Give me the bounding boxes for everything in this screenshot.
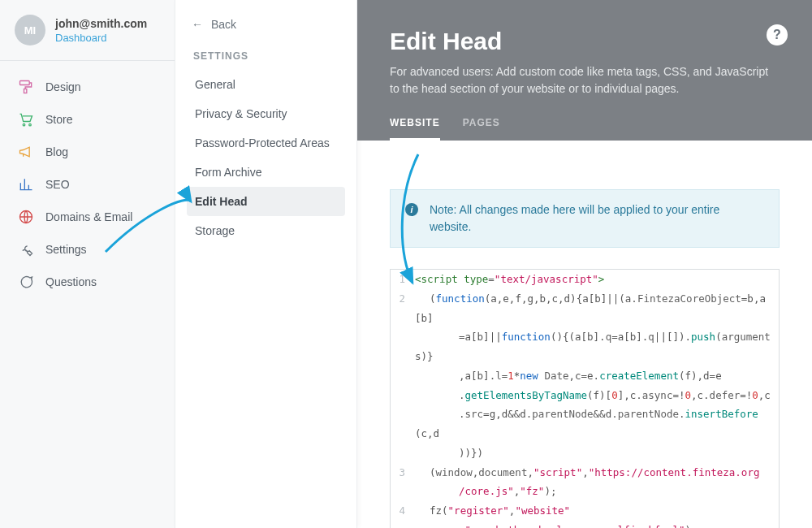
code-line[interactable]: fz("register","website","xwugbsthgcmkpzl… [412, 501, 779, 528]
info-note: i Note: All changes made here will be ap… [390, 189, 780, 248]
chat-icon [18, 274, 34, 290]
page-title: Edit Head [390, 28, 780, 55]
settings-item-privacy[interactable]: Privacy & Security [187, 99, 345, 128]
sidebar-item-domains[interactable]: Domains & Email [0, 201, 175, 233]
nav-label: Design [45, 80, 81, 93]
code-line[interactable]: <script type="text/javascript"> [412, 270, 779, 289]
hero: ? Edit Head For advanced users: Add cust… [357, 0, 812, 141]
tab-pages[interactable]: PAGES [463, 117, 500, 141]
bar-chart-icon [18, 176, 34, 193]
sidebar-item-store[interactable]: Store [0, 103, 175, 136]
line-number: 1 [391, 270, 412, 289]
nav-label: Blog [45, 145, 68, 158]
sidebar-item-design[interactable]: Design [0, 71, 175, 103]
paint-roller-icon [18, 79, 34, 95]
back-label: Back [211, 18, 236, 31]
svg-point-2 [23, 123, 25, 126]
primary-sidebar: MI john@smith.com Dashboard Design Store… [0, 0, 175, 528]
tabs: WEBSITE PAGES [390, 117, 780, 141]
code-editor[interactable]: 1 <script type="text/javascript"> 2 (fun… [390, 269, 780, 528]
divider [0, 60, 175, 61]
settings-item-edit-head[interactable]: Edit Head [187, 187, 345, 216]
svg-rect-1 [24, 89, 27, 93]
help-button[interactable]: ? [767, 24, 788, 45]
main-column: ? Edit Head For advanced users: Add cust… [357, 0, 812, 528]
settings-item-general[interactable]: General [187, 70, 345, 99]
arrow-left-icon: ← [192, 18, 203, 31]
content-area: i Note: All changes made here will be ap… [357, 141, 812, 528]
nav-label: Domains & Email [45, 210, 132, 223]
globe-icon [18, 209, 34, 225]
settings-item-storage[interactable]: Storage [187, 216, 345, 245]
settings-panel: ← Back SETTINGS General Privacy & Securi… [175, 0, 357, 528]
line-number: 2 [391, 289, 412, 463]
line-number: 3 [391, 463, 412, 502]
nav-label: Settings [45, 243, 87, 256]
avatar: MI [15, 15, 45, 45]
svg-rect-0 [20, 81, 30, 85]
wrench-icon [18, 241, 34, 258]
line-number: 4 [391, 501, 412, 528]
sidebar-item-settings[interactable]: Settings [0, 233, 175, 266]
nav-label: SEO [45, 178, 70, 191]
sidebar-item-blog[interactable]: Blog [0, 136, 175, 168]
back-button[interactable]: ← Back [187, 18, 345, 31]
page-description: For advanced users: Add custom code like… [390, 63, 780, 97]
sidebar-item-questions[interactable]: Questions [0, 266, 175, 298]
dashboard-link[interactable]: Dashboard [55, 32, 147, 44]
user-block[interactable]: MI john@smith.com Dashboard [0, 15, 175, 57]
svg-point-3 [29, 123, 32, 126]
code-line[interactable]: (window,document,"script","https://conte… [412, 463, 779, 502]
megaphone-icon [18, 144, 34, 160]
settings-heading: SETTINGS [187, 45, 345, 70]
primary-nav: Design Store Blog SEO Domains & Email Se… [0, 67, 175, 301]
user-email: john@smith.com [55, 17, 147, 30]
tab-website[interactable]: WEBSITE [390, 117, 440, 141]
settings-item-password-areas[interactable]: Password-Protected Areas [187, 128, 345, 158]
settings-item-form-archive[interactable]: Form Archive [187, 158, 345, 187]
nav-label: Store [45, 113, 72, 126]
code-line[interactable]: (function(a,e,f,g,b,c,d){a[b]||(a.Fintez… [412, 289, 779, 463]
info-icon: i [405, 203, 418, 216]
note-text: Note: All changes made here will be appl… [430, 201, 764, 236]
sidebar-item-seo[interactable]: SEO [0, 168, 175, 201]
nav-label: Questions [45, 275, 97, 288]
cart-icon [18, 111, 34, 128]
